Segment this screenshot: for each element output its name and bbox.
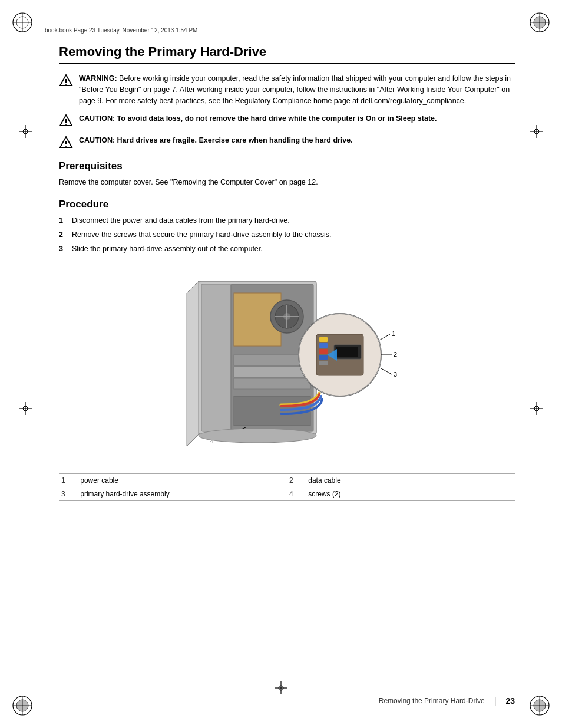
caution-text-1: CAUTION: To avoid data loss, do not remo… <box>79 113 437 124</box>
bottom-center-crossmark <box>273 680 289 696</box>
step-text-2: Remove the screws that secure the primar… <box>72 229 331 241</box>
svg-rect-57 <box>319 361 328 365</box>
corner-decoration-tl <box>11 11 34 34</box>
svg-rect-49 <box>234 396 310 426</box>
caution-block-1: CAUTION: To avoid data loss, do not remo… <box>59 113 515 128</box>
footer-divider: | <box>494 696 497 706</box>
svg-point-69 <box>199 429 316 443</box>
svg-point-30 <box>65 84 67 85</box>
procedure-heading: Procedure <box>59 199 515 210</box>
step-text-1: Disconnect the power and data cables fro… <box>72 215 290 226</box>
caution-block-2: CAUTION: Hard drives are fragile. Exerci… <box>59 135 515 150</box>
table-row-1: 1 power cable 2 data cable <box>59 474 515 487</box>
part-num-2-1: 3 <box>59 487 78 501</box>
part-label-1-2: data cable <box>306 474 515 487</box>
step-text-3: Slide the primary hard-drive assembly ou… <box>72 243 263 255</box>
main-content: Removing the Primary Hard-Drive WARNING:… <box>59 44 515 681</box>
svg-marker-70 <box>187 281 199 446</box>
step-num-3: 3 <box>59 243 67 255</box>
table-row-2: 3 primary hard-drive assembly 4 screws (… <box>59 487 515 501</box>
corner-decoration-tr <box>528 11 551 34</box>
svg-line-61 <box>379 334 390 340</box>
caution-label-2: CAUTION: <box>79 136 117 144</box>
warning-text: WARNING: Before working inside your comp… <box>79 73 515 106</box>
svg-rect-47 <box>234 367 310 377</box>
step-num-2: 2 <box>59 229 67 241</box>
part-num-1-2: 2 <box>287 474 306 487</box>
prerequisites-text: Remove the computer cover. See "Removing… <box>59 177 515 188</box>
svg-text:3: 3 <box>394 371 397 378</box>
svg-rect-59 <box>336 347 358 357</box>
corner-decoration-br <box>528 694 551 717</box>
part-label-1-1: power cable <box>78 474 287 487</box>
caution-body-2: Hard drives are fragile. Exercise care w… <box>117 136 353 144</box>
left-crossmark-1 <box>18 124 33 139</box>
svg-point-36 <box>65 146 67 147</box>
part-num-2-2: 4 <box>287 487 306 501</box>
procedure-step-3: 3 Slide the primary hard-drive assembly … <box>59 243 515 255</box>
footer-title: Removing the Primary Hard-Drive <box>379 697 485 705</box>
svg-rect-56 <box>319 355 328 360</box>
left-crossmark-2 <box>18 401 33 416</box>
caution-body-1: To avoid data loss, do not remove the ha… <box>117 114 437 123</box>
page-footer: Removing the Primary Hard-Drive | 23 <box>59 696 515 706</box>
right-crossmark-1 <box>529 124 544 139</box>
procedure-step-2: 2 Remove the screws that secure the prim… <box>59 229 515 241</box>
part-num-1-1: 1 <box>59 474 78 487</box>
prerequisites-heading: Prerequisites <box>59 160 515 172</box>
page-title: Removing the Primary Hard-Drive <box>59 44 515 64</box>
footer-text: Removing the Primary Hard-Drive | 23 <box>379 696 515 706</box>
page-container: book.book Page 23 Tuesday, November 12, … <box>0 0 562 728</box>
parts-table: 1 power cable 2 data cable 3 primary har… <box>59 473 515 501</box>
procedure-step-1: 1 Disconnect the power and data cables f… <box>59 215 515 226</box>
caution-icon-1 <box>59 114 73 128</box>
caution-label-1: CAUTION: <box>79 114 117 123</box>
warning-label: WARNING: <box>79 74 119 83</box>
computer-illustration: 1 2 3 4 <box>163 263 411 458</box>
step-num-1: 1 <box>59 215 67 226</box>
warning-block: WARNING: Before working inside your comp… <box>59 73 515 106</box>
svg-rect-48 <box>234 378 310 389</box>
part-label-2-1: primary hard-drive assembly <box>78 487 287 501</box>
top-bar: book.book Page 23 Tuesday, November 12, … <box>41 25 521 35</box>
warning-body: Before working inside your computer, rea… <box>79 74 511 105</box>
warning-icon <box>59 74 73 88</box>
svg-text:2: 2 <box>394 351 397 358</box>
svg-text:1: 1 <box>392 330 395 337</box>
computer-image-area: 1 2 3 4 <box>59 263 515 464</box>
corner-decoration-bl <box>11 694 34 717</box>
svg-line-65 <box>381 368 392 374</box>
top-bar-text: book.book Page 23 Tuesday, November 12, … <box>45 27 197 34</box>
part-label-2-2: screws (2) <box>306 487 515 501</box>
svg-rect-53 <box>319 337 328 342</box>
right-crossmark-2 <box>529 401 544 416</box>
svg-point-33 <box>65 124 67 125</box>
footer-page-number: 23 <box>505 696 515 706</box>
svg-rect-54 <box>319 343 328 348</box>
caution-icon-2 <box>59 136 73 150</box>
caution-text-2: CAUTION: Hard drives are fragile. Exerci… <box>79 135 353 146</box>
procedure-list: 1 Disconnect the power and data cables f… <box>59 215 515 254</box>
svg-rect-38 <box>201 284 231 431</box>
svg-rect-55 <box>319 349 328 354</box>
